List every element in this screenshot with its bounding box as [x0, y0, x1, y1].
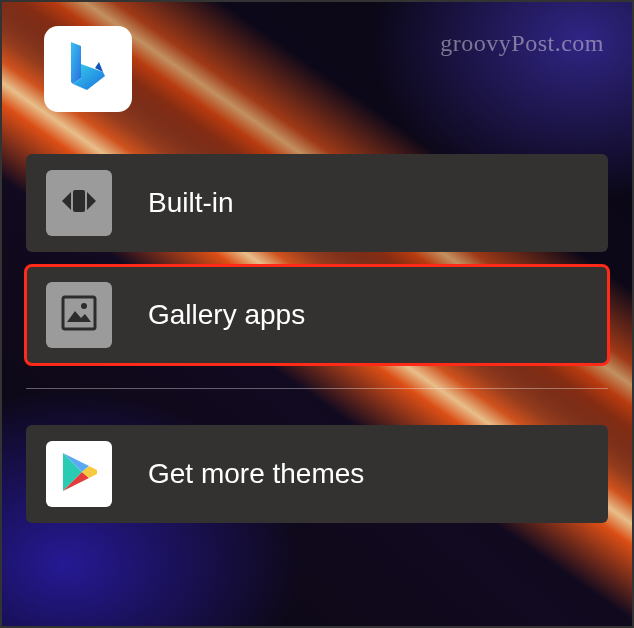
option-label-getmore: Get more themes	[148, 458, 364, 490]
svg-rect-1	[63, 297, 95, 329]
playstore-icon-box	[46, 441, 112, 507]
option-label-gallery: Gallery apps	[148, 299, 305, 331]
divider	[26, 388, 608, 389]
bing-app-tile[interactable]	[44, 26, 132, 112]
wallpaper-wide-icon	[59, 186, 99, 220]
option-builtin[interactable]: Built-in	[26, 154, 608, 252]
option-get-more-themes[interactable]: Get more themes	[26, 425, 608, 523]
image-icon	[60, 294, 98, 336]
bing-icon	[65, 38, 111, 100]
settings-panel: Built-in Gallery apps	[2, 2, 632, 626]
builtin-icon-box	[46, 170, 112, 236]
svg-point-2	[81, 303, 87, 309]
play-store-icon	[59, 450, 99, 498]
svg-rect-0	[73, 190, 85, 212]
option-label-builtin: Built-in	[148, 187, 234, 219]
option-gallery-apps[interactable]: Gallery apps	[26, 266, 608, 364]
gallery-icon-box	[46, 282, 112, 348]
